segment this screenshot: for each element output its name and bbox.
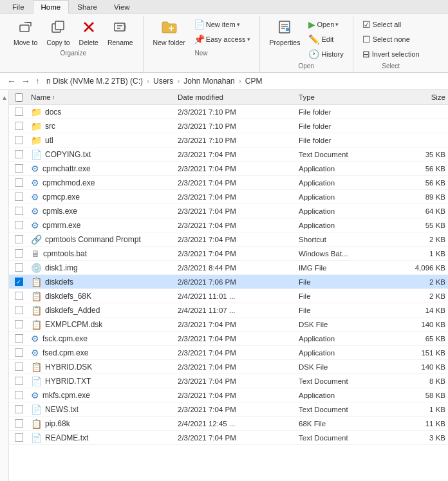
table-row[interactable]: 🔗 cpmtools Command Prompt 2/3/2021 7:04 …	[9, 232, 448, 247]
row-checkbox[interactable]	[15, 108, 23, 116]
table-row[interactable]: ⚙ mkfs.cpm.exe 2/3/2021 7:04 PM Applicat…	[9, 388, 448, 402]
row-checkbox[interactable]	[15, 306, 23, 314]
row-checkbox-cell[interactable]	[9, 136, 28, 144]
invert-selection-button[interactable]: ⊟ Invert selection	[359, 47, 424, 61]
table-row[interactable]: 📄 COPYING.txt 2/3/2021 7:04 PM Text Docu…	[9, 147, 448, 162]
row-checkbox[interactable]	[15, 249, 23, 258]
row-checkbox[interactable]	[15, 363, 23, 371]
tree-toggle[interactable]: ▲	[1, 94, 8, 101]
row-checkbox[interactable]	[15, 136, 23, 144]
row-checkbox[interactable]	[15, 150, 23, 158]
copy-to-button[interactable]: Copy to	[42, 17, 74, 48]
open-button[interactable]: ▶ Open ▾	[304, 17, 347, 32]
properties-button[interactable]: Properties	[265, 17, 305, 48]
breadcrumb-part-1[interactable]: n Disk (NVMe M.2 2TB) (C:)	[46, 77, 143, 86]
row-checkbox-cell[interactable]	[9, 306, 28, 314]
select-all-button[interactable]: ☑ Select all	[359, 17, 424, 32]
tab-view[interactable]: View	[106, 0, 138, 14]
rename-button[interactable]: Rename	[103, 17, 138, 48]
row-checkbox-cell[interactable]	[9, 150, 28, 158]
table-row[interactable]: ⚙ cpmchattr.exe 2/3/2021 7:04 PM Applica…	[9, 162, 448, 176]
table-row[interactable]: 💿 disk1.img 2/3/2021 8:44 PM IMG File 4,…	[9, 261, 448, 275]
row-checkbox-cell[interactable]: ✓	[9, 278, 28, 286]
row-checkbox-cell[interactable]	[9, 292, 28, 300]
tab-share[interactable]: Share	[69, 0, 106, 14]
breadcrumb-part-2[interactable]: Users	[153, 77, 173, 86]
row-checkbox-cell[interactable]	[9, 334, 28, 343]
forward-button[interactable]: →	[19, 75, 32, 87]
table-row[interactable]: ⚙ cpmcp.exe 2/3/2021 7:04 PM Application…	[9, 190, 448, 204]
row-checkbox-cell[interactable]	[9, 249, 28, 258]
row-checkbox[interactable]	[15, 292, 23, 300]
row-checkbox[interactable]	[15, 377, 23, 385]
up-button[interactable]: ↑	[33, 75, 41, 87]
table-row[interactable]: 📁 utl 2/3/2021 7:10 PM File folder	[9, 133, 448, 147]
new-folder-button[interactable]: New folder	[149, 17, 190, 48]
table-row[interactable]: 📄 NEWS.txt 2/3/2021 7:04 PM Text Documen…	[9, 402, 448, 417]
table-row[interactable]: ⚙ fsed.cpm.exe 2/3/2021 7:04 PM Applicat…	[9, 346, 448, 360]
select-none-button[interactable]: ☐ Select none	[359, 32, 424, 46]
breadcrumb-part-3[interactable]: John Monahan	[183, 77, 234, 86]
table-row[interactable]: 📋 HYBRID.DSK 2/3/2021 7:04 PM DSK File 1…	[9, 360, 448, 374]
breadcrumb-part-4[interactable]: CPM	[245, 77, 263, 86]
table-row[interactable]: ⚙ fsck.cpm.exe 2/3/2021 7:04 PM Applicat…	[9, 332, 448, 346]
table-row[interactable]: 📋 diskdefs_68K 2/4/2021 11:01 ... File 2…	[9, 289, 448, 303]
col-header-date[interactable]: Date modified	[175, 91, 296, 103]
select-all-checkbox[interactable]	[15, 93, 23, 102]
row-checkbox-cell[interactable]	[9, 235, 28, 243]
tab-home[interactable]: Home	[33, 0, 70, 14]
edit-button[interactable]: ✏️ Edit	[304, 32, 347, 46]
table-row[interactable]: ✓ 📋 diskdefs 2/8/2021 7:06 PM File 2 KB	[9, 275, 448, 289]
row-checkbox-cell[interactable]	[9, 433, 28, 442]
table-row[interactable]: ⚙ cpmchmod.exe 2/3/2021 7:04 PM Applicat…	[9, 176, 448, 190]
easy-access-button[interactable]: 📌 Easy access ▾	[190, 32, 254, 46]
row-checkbox-cell[interactable]	[9, 207, 28, 215]
row-checkbox-cell[interactable]	[9, 320, 28, 328]
row-checkbox[interactable]	[15, 263, 23, 272]
history-button[interactable]: 🕐 History	[304, 47, 347, 61]
row-checkbox[interactable]	[15, 320, 23, 328]
row-checkbox[interactable]	[15, 433, 23, 442]
table-row[interactable]: ⚙ cpmrm.exe 2/3/2021 7:04 PM Application…	[9, 218, 448, 232]
row-checkbox-cell[interactable]	[9, 122, 28, 130]
row-checkbox[interactable]	[15, 122, 23, 130]
row-checkbox[interactable]	[15, 164, 23, 173]
tab-file[interactable]: File	[4, 0, 33, 14]
row-checkbox-cell[interactable]	[9, 164, 28, 173]
back-button[interactable]: ←	[5, 75, 18, 87]
row-checkbox-cell[interactable]	[9, 419, 28, 428]
row-checkbox[interactable]	[15, 405, 23, 413]
table-row[interactable]: 📁 src 2/3/2021 7:10 PM File folder	[9, 119, 448, 133]
row-checkbox[interactable]	[15, 235, 23, 243]
table-row[interactable]: 📄 HYBRID.TXT 2/3/2021 7:04 PM Text Docum…	[9, 374, 448, 388]
row-checkbox[interactable]	[15, 178, 23, 187]
row-checkbox-cell[interactable]	[9, 377, 28, 385]
table-row[interactable]: 🖥 cpmtools.bat 2/3/2021 7:04 PM Windows …	[9, 247, 448, 261]
row-checkbox-cell[interactable]	[9, 391, 28, 399]
table-row[interactable]: 📄 README.txt 2/3/2021 7:04 PM Text Docum…	[9, 431, 448, 445]
row-checkbox-cell[interactable]	[9, 108, 28, 116]
row-checkbox[interactable]	[15, 348, 23, 357]
row-checkbox[interactable]: ✓	[15, 278, 23, 286]
col-header-name[interactable]: Name ↕	[28, 91, 175, 103]
row-checkbox[interactable]	[15, 221, 23, 229]
row-checkbox[interactable]	[15, 391, 23, 399]
new-item-button[interactable]: 📄 New item ▾	[190, 17, 254, 32]
table-row[interactable]: 📋 EXMPLCPM.dsk 2/3/2021 7:04 PM DSK File…	[9, 317, 448, 332]
row-checkbox-cell[interactable]	[9, 405, 28, 413]
table-row[interactable]: 📋 pip.68k 2/4/2021 12:45 ... 68K File 11…	[9, 417, 448, 431]
col-header-size[interactable]: Size	[391, 91, 448, 103]
row-checkbox-cell[interactable]	[9, 193, 28, 201]
row-checkbox-cell[interactable]	[9, 178, 28, 187]
header-check[interactable]	[9, 93, 28, 102]
move-to-button[interactable]: Move to	[9, 17, 42, 48]
row-checkbox[interactable]	[15, 334, 23, 343]
row-checkbox-cell[interactable]	[9, 348, 28, 357]
row-checkbox[interactable]	[15, 207, 23, 215]
row-checkbox-cell[interactable]	[9, 263, 28, 272]
row-checkbox-cell[interactable]	[9, 221, 28, 229]
table-row[interactable]: 📁 docs 2/3/2021 7:10 PM File folder	[9, 105, 448, 119]
table-row[interactable]: ⚙ cpmls.exe 2/3/2021 7:04 PM Application…	[9, 204, 448, 218]
row-checkbox[interactable]	[15, 193, 23, 201]
table-row[interactable]: 📋 diskdefs_Added 2/4/2021 11:07 ... File…	[9, 303, 448, 317]
